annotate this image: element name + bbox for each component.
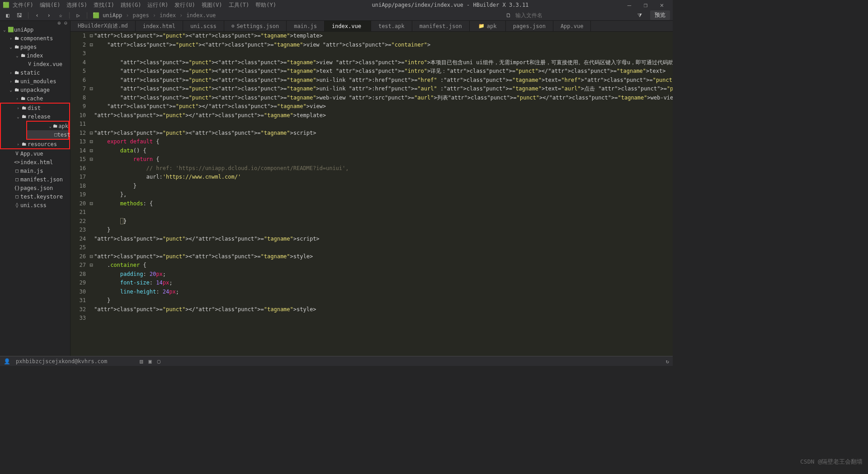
tree-item[interactable]: □test.apk xyxy=(27,130,68,139)
editor-tab[interactable]: App.vue xyxy=(553,21,591,31)
tree-item[interactable]: › 🖿uni_modules xyxy=(0,77,70,85)
chevron-icon: › xyxy=(8,79,14,84)
tree-item[interactable]: ⌄ 🖿release xyxy=(1,112,69,121)
crumb-project[interactable]: uniApp xyxy=(103,12,122,19)
bookmark-icon[interactable]: ☆ xyxy=(56,11,66,20)
file-icon: V xyxy=(26,61,33,67)
folder-icon: 🖿 xyxy=(14,35,20,41)
tree-label: pages xyxy=(20,44,37,50)
file-icon: □ xyxy=(14,168,20,174)
editor-tab[interactable]: ⚙Settings.json xyxy=(224,21,287,31)
menu-help[interactable]: 帮助(Y) xyxy=(252,1,279,9)
menu-view[interactable]: 视图(V) xyxy=(198,1,226,9)
app-icon: 🟩 xyxy=(7,27,14,33)
editor-tab[interactable]: main.js xyxy=(287,21,325,31)
new-file-icon[interactable]: 🗋 xyxy=(504,11,514,20)
tree-item[interactable]: › 🖿dist xyxy=(1,104,69,112)
menu-select[interactable]: 选择(S) xyxy=(63,1,90,9)
chevron-icon: ⌄ xyxy=(15,114,21,119)
tree-item[interactable]: ⌄ 🖿index xyxy=(0,51,70,60)
tree-item[interactable]: › 🖿cache xyxy=(0,94,70,103)
tree-label: unpackage xyxy=(20,87,50,93)
folder-icon: 🖿 xyxy=(20,95,27,101)
tree-label: main.js xyxy=(20,168,43,174)
tree-item[interactable]: <>index.html xyxy=(0,158,70,166)
editor-tab[interactable]: pages.json xyxy=(506,21,553,31)
menu-find[interactable]: 查找(I) xyxy=(90,1,118,9)
terminal-icon[interactable]: ▣ xyxy=(149,358,152,365)
user-icon: 👤 xyxy=(4,358,10,365)
layout-panel-icon[interactable]: ▤ xyxy=(140,358,143,365)
menu-file[interactable]: 文件(F) xyxy=(9,1,37,9)
tab-icon: ⚙ xyxy=(231,23,235,29)
tree-label: dist xyxy=(28,105,41,111)
chevron-right-icon: › xyxy=(153,12,156,19)
chevron-icon: › xyxy=(8,71,14,75)
menu-goto[interactable]: 跳转(G) xyxy=(118,1,145,9)
code-area[interactable]: "attr">class"punct">="punct"><"attr">cla… xyxy=(94,32,673,356)
editor-tab[interactable]: manifest.json xyxy=(412,21,470,31)
tree-item[interactable]: › 🖿components xyxy=(0,34,70,43)
sync-icon[interactable]: ↻ xyxy=(666,358,669,365)
tree-item[interactable]: › 🖿resources xyxy=(1,140,69,148)
back-icon[interactable]: ‹ xyxy=(32,11,42,20)
tree-item[interactable]: ⌄ 🖿pages xyxy=(0,43,70,51)
tree-item[interactable]: › 🖿static xyxy=(0,68,70,77)
chevron-icon: › xyxy=(15,106,21,110)
tree-root[interactable]: ⌄ 🟩 uniApp xyxy=(0,25,70,34)
folder-icon: 🖿 xyxy=(14,78,20,84)
folder-icon: 🖿 xyxy=(21,105,28,111)
filter-icon[interactable]: ⧩ xyxy=(635,11,645,20)
menu-run[interactable]: 运行(R) xyxy=(144,1,171,9)
tree-item[interactable]: VApp.vue xyxy=(0,149,70,158)
run-icon[interactable]: ▷ xyxy=(73,11,83,20)
tree-item[interactable]: ⌄ 🖿unpackage xyxy=(0,85,70,94)
editor-tab[interactable]: uni.scss xyxy=(183,21,224,31)
tree-item[interactable]: □main.js xyxy=(0,166,70,175)
editor-tab[interactable]: index.vue xyxy=(325,21,371,31)
tree-label: index.html xyxy=(20,159,53,166)
maximize-button[interactable]: ❐ xyxy=(637,1,654,9)
crumb-index[interactable]: index xyxy=(160,12,176,19)
line-gutter: 1234567891011121314151617181920212223242… xyxy=(71,32,89,356)
minimize-button[interactable]: — xyxy=(621,1,637,9)
file-icon: □ xyxy=(14,176,20,182)
tree-label: apk xyxy=(58,123,68,129)
folder-icon: 🖿 xyxy=(52,123,58,129)
menu-edit[interactable]: 编辑(E) xyxy=(37,1,64,9)
tab-label: apk xyxy=(487,23,497,29)
editor-tab[interactable]: 📁apk xyxy=(470,21,506,31)
tree-label: App.vue xyxy=(20,151,43,157)
menu-publish[interactable]: 发行(U) xyxy=(171,1,198,9)
editor-tab[interactable]: HBuilderX自述.md xyxy=(71,21,136,31)
tree-item[interactable]: □manifest.json xyxy=(0,175,70,184)
tab-icon: 📁 xyxy=(478,23,485,29)
editor-tab[interactable]: index.html xyxy=(136,21,183,31)
tree-item[interactable]: ⌄ 🖿apk xyxy=(27,122,68,130)
tree-item[interactable]: Vindex.vue xyxy=(0,60,70,68)
file-icon: □ xyxy=(14,194,20,199)
chevron-icon: ⌄ xyxy=(8,45,14,49)
crumb-file[interactable]: index.vue xyxy=(186,12,216,19)
tree-label: cache xyxy=(27,95,43,102)
tree-item[interactable]: ◊uni.scss xyxy=(0,201,70,209)
editor-tab[interactable]: test.apk xyxy=(371,21,412,31)
output-icon[interactable]: ▢ xyxy=(157,358,160,365)
forward-icon[interactable]: › xyxy=(44,11,54,20)
tab-label: manifest.json xyxy=(420,23,462,29)
filename-input[interactable] xyxy=(515,12,633,19)
preview-button[interactable]: 预览 xyxy=(650,10,670,20)
tree-label: index.vue xyxy=(33,61,62,67)
tab-label: uni.scss xyxy=(190,23,217,29)
toolbar-separator xyxy=(28,12,28,19)
app-window: 🟩 文件(F) 编辑(E) 选择(S) 查找(I) 跳转(G) 运行(R) 发行… xyxy=(0,0,673,366)
tree-item[interactable]: {}pages.json xyxy=(0,184,70,192)
crumb-pages[interactable]: pages xyxy=(133,12,149,19)
new-window-icon[interactable]: ◧ xyxy=(3,11,13,20)
menu-tools[interactable]: 工具(T) xyxy=(226,1,253,9)
close-button[interactable]: ✕ xyxy=(654,1,670,9)
chevron-icon: › xyxy=(8,36,14,41)
save-icon[interactable]: 🖫 xyxy=(14,11,24,20)
tree-item[interactable]: □test.keystore xyxy=(0,192,70,201)
code-editor[interactable]: 1234567891011121314151617181920212223242… xyxy=(71,32,673,356)
